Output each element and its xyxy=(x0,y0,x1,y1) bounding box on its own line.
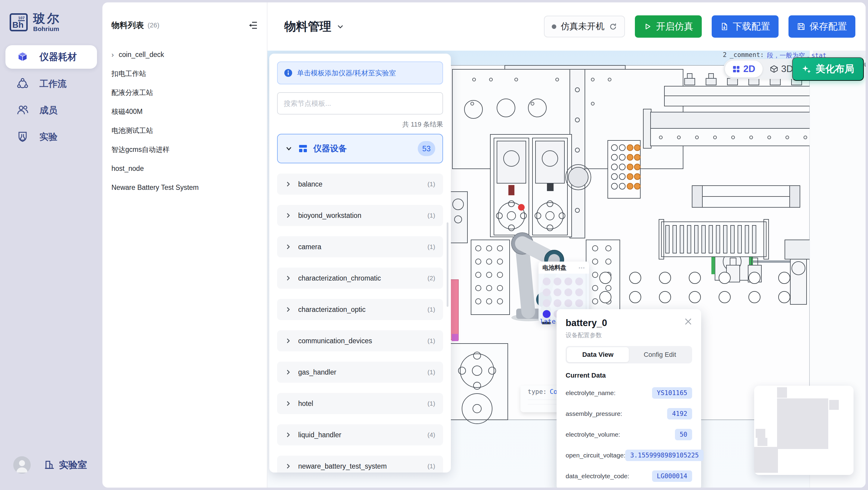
tray-slot[interactable] xyxy=(543,278,551,285)
material-row[interactable]: › coin_cell_deck xyxy=(112,45,258,64)
scrollbar[interactable] xyxy=(447,222,448,307)
page-title[interactable]: 物料管理 xyxy=(284,19,345,35)
tray-slot[interactable] xyxy=(564,288,572,296)
template-item[interactable]: characterization_optic (1) xyxy=(277,299,443,320)
result-count: 共 119 条结果 xyxy=(277,120,443,129)
beautify-layout-button[interactable]: 美化布局 xyxy=(792,57,864,81)
beautify-layout-label: 美化布局 xyxy=(815,62,854,76)
template-search-input[interactable] xyxy=(277,92,443,115)
template-item-count: (4) xyxy=(427,431,435,438)
field-row: electrolyte_name: YS101165 xyxy=(566,386,692,400)
popup-section-title: Current Data xyxy=(566,372,692,379)
toggle-2d[interactable]: 2D xyxy=(725,61,763,78)
tray-slot[interactable] xyxy=(554,288,561,296)
sidebar-item-label: 成员 xyxy=(39,104,58,117)
refresh-icon[interactable] xyxy=(609,23,617,31)
status-dot xyxy=(552,24,556,29)
template-item[interactable]: communication_devices (1) xyxy=(277,330,443,351)
materials-panel: 物料列表 (26) › coin_cell_deck 扣电工作站 xyxy=(102,2,268,488)
minimap[interactable] xyxy=(754,386,854,475)
material-label: 配液分液工站 xyxy=(112,88,153,97)
category-instruments[interactable]: 仪器设备 53 xyxy=(277,134,443,163)
layout-canvas[interactable]: esou 2 _comment: 段，一般为空，stat 法化固定 2D xyxy=(268,51,866,488)
template-item[interactable]: neware_battery_test_system (1) xyxy=(277,456,443,472)
template-item-label: hotel xyxy=(298,400,421,408)
person-icon xyxy=(13,456,31,474)
material-row[interactable]: 扣电工作站 xyxy=(112,64,258,83)
template-item-label: camera xyxy=(298,243,421,251)
sidebar-item-members[interactable]: 成员 xyxy=(0,97,102,123)
tray-slot[interactable] xyxy=(564,278,572,285)
download-file-icon xyxy=(720,22,728,31)
chevron-right-icon xyxy=(285,338,291,344)
template-item[interactable]: liquid_handler (4) xyxy=(277,424,443,445)
start-simulation-button[interactable]: 开启仿真 xyxy=(635,16,702,38)
popup-tabs: Data View Config Edit xyxy=(566,346,692,364)
chevron-right-icon xyxy=(285,181,291,188)
material-label: Neware Battery Test System xyxy=(112,183,199,192)
tray-slot[interactable] xyxy=(575,288,583,296)
popup-subtitle: 设备配置参数 xyxy=(566,331,692,339)
material-row[interactable]: Neware Battery Test System xyxy=(112,178,258,197)
tray-slot[interactable] xyxy=(554,278,561,285)
sidebar-item-instruments[interactable]: 仪器耗材 xyxy=(5,45,97,69)
tray-slot[interactable] xyxy=(543,299,551,307)
template-item-label: neware_battery_test_system xyxy=(298,462,421,470)
logo-badge: Bh xyxy=(12,21,24,29)
material-row[interactable]: 智达gcms自动进样 xyxy=(112,140,258,159)
tab-config-edit[interactable]: Config Edit xyxy=(629,347,691,362)
chevron-down-icon xyxy=(285,145,293,152)
topbar: 物料管理 仿真未开机 开启仿真 xyxy=(268,2,866,51)
lab-switcher[interactable]: 实验室 xyxy=(44,459,87,471)
field-label: open_circuit_voltage: xyxy=(566,452,625,459)
template-item[interactable]: characterization_chromatic (2) xyxy=(277,268,443,289)
save-config-button[interactable]: 保存配置 xyxy=(788,16,855,38)
template-list: balance (1) bioyond_workstation (1) xyxy=(277,174,443,472)
simulation-status-pill[interactable]: 仿真未开机 xyxy=(544,16,625,37)
field-list: electrolyte_name: YS101165 assembly_pres… xyxy=(566,386,692,483)
tab-data-view[interactable]: Data View xyxy=(567,347,629,362)
chevron-right-icon xyxy=(285,306,291,313)
chevron-right-icon xyxy=(285,212,291,219)
comment-prefix: 2 xyxy=(723,51,727,60)
tray-slot[interactable] xyxy=(575,299,583,307)
toggle-2d-label: 2D xyxy=(743,64,755,75)
download-config-label: 下载配置 xyxy=(733,20,770,33)
material-row[interactable]: host_node xyxy=(112,159,258,178)
sidebar-item-label: 实验 xyxy=(39,131,58,143)
sidebar-item-workflow[interactable]: 工作流 xyxy=(0,70,102,97)
template-item-label: balance xyxy=(298,180,421,189)
material-row[interactable]: 电池测试工站 xyxy=(112,121,258,140)
sidebar-item-experiments[interactable]: 实验 xyxy=(0,123,102,150)
tray-slot[interactable] xyxy=(543,288,551,296)
user-avatar[interactable] xyxy=(13,456,31,474)
sidebar: 107 Bh 玻尔 Bohrium 仪器耗材 工作流 xyxy=(0,0,102,490)
template-item[interactable]: hotel (1) xyxy=(277,393,443,414)
tray-slot-selected[interactable] xyxy=(543,310,551,318)
collapse-list-icon[interactable] xyxy=(248,21,258,30)
device-config-popup: battery_0 设备配置参数 Data View Config Edit C… xyxy=(557,309,701,488)
field-label: electrolyte_volume: xyxy=(566,431,620,438)
main-area: 物料管理 仿真未开机 开启仿真 xyxy=(268,2,866,488)
template-item[interactable]: bioyond_workstation (1) xyxy=(277,205,443,226)
material-row[interactable]: 核磁400M xyxy=(112,102,258,121)
template-item[interactable]: balance (1) xyxy=(277,174,443,195)
template-item-count: (1) xyxy=(427,400,435,407)
download-config-button[interactable]: 下载配置 xyxy=(712,16,779,38)
sidebar-nav: 仪器耗材 工作流 成员 实验 xyxy=(0,45,102,150)
hint-text: 单击模板添加仪器/耗材至实验室 xyxy=(297,68,396,78)
tray-slot[interactable] xyxy=(575,278,583,285)
grid-icon xyxy=(732,65,740,73)
tray-menu-icon[interactable]: ••• xyxy=(579,265,585,270)
content-card: 物料列表 (26) › coin_cell_deck 扣电工作站 xyxy=(102,2,866,488)
field-row: assembly_pressure: 4192 xyxy=(566,406,692,421)
template-item[interactable]: gas_handler (1) xyxy=(277,362,443,383)
close-icon[interactable] xyxy=(684,317,693,326)
template-item[interactable]: camera (1) xyxy=(277,236,443,257)
material-row[interactable]: 配液分液工站 xyxy=(112,83,258,102)
tray-slot[interactable] xyxy=(564,299,572,307)
experiment-icon xyxy=(17,131,29,143)
tray-slot[interactable] xyxy=(554,299,561,307)
template-item-count: (1) xyxy=(427,463,435,470)
sidebar-item-label: 工作流 xyxy=(39,78,67,90)
